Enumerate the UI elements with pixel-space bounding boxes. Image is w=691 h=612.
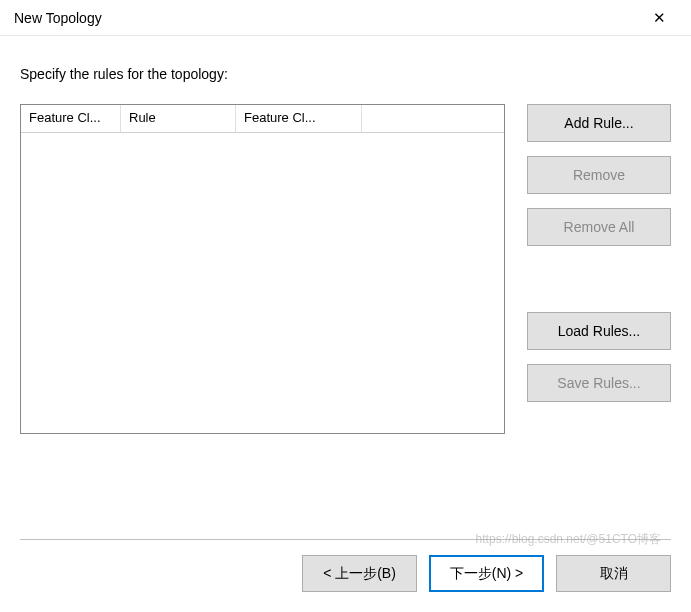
column-header-feature-class-1[interactable]: Feature Cl...	[21, 105, 121, 132]
button-spacer	[527, 260, 671, 312]
content-area: Specify the rules for the topology: Feat…	[0, 36, 691, 434]
footer-separator	[20, 539, 671, 540]
column-header-empty	[362, 105, 504, 132]
next-button[interactable]: 下一步(N) >	[429, 555, 544, 592]
instruction-text: Specify the rules for the topology:	[20, 66, 671, 82]
close-button[interactable]: ✕	[639, 3, 679, 33]
load-rules-button[interactable]: Load Rules...	[527, 312, 671, 350]
rules-table-body[interactable]	[21, 133, 504, 433]
rules-table[interactable]: Feature Cl... Rule Feature Cl...	[20, 104, 505, 434]
footer-buttons: < 上一步(B) 下一步(N) > 取消	[302, 555, 671, 592]
window-title: New Topology	[14, 10, 102, 26]
rules-table-header: Feature Cl... Rule Feature Cl...	[21, 105, 504, 133]
remove-button: Remove	[527, 156, 671, 194]
titlebar: New Topology ✕	[0, 0, 691, 36]
cancel-button[interactable]: 取消	[556, 555, 671, 592]
add-rule-button[interactable]: Add Rule...	[527, 104, 671, 142]
close-icon: ✕	[653, 9, 666, 27]
back-button[interactable]: < 上一步(B)	[302, 555, 417, 592]
side-buttons: Add Rule... Remove Remove All Load Rules…	[527, 104, 671, 434]
column-header-rule[interactable]: Rule	[121, 105, 236, 132]
column-header-feature-class-2[interactable]: Feature Cl...	[236, 105, 362, 132]
remove-all-button: Remove All	[527, 208, 671, 246]
main-row: Feature Cl... Rule Feature Cl... Add Rul…	[20, 104, 671, 434]
save-rules-button: Save Rules...	[527, 364, 671, 402]
